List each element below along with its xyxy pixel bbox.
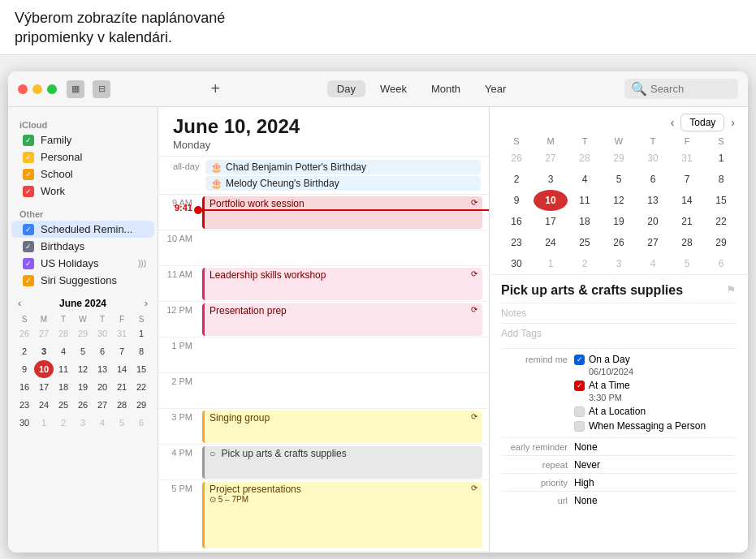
mini-cal-day[interactable]: 28 xyxy=(54,325,73,342)
event-leadership[interactable]: Leadership skills workshop ⟳ xyxy=(202,268,482,300)
mini-cal-day[interactable]: 12 xyxy=(73,360,93,378)
mini-cal-day[interactable]: 26 xyxy=(73,396,93,414)
sidebar-item-siri[interactable]: ✓ Siri Suggestions xyxy=(11,272,154,289)
right-cal-day[interactable]: 27 xyxy=(534,148,568,169)
add-event-button[interactable]: + xyxy=(211,80,221,98)
mini-cal-day[interactable]: 17 xyxy=(34,378,54,396)
right-cal-day[interactable]: 26 xyxy=(499,148,534,169)
mini-cal-day[interactable]: 16 xyxy=(15,378,34,396)
right-cal-day[interactable]: 16 xyxy=(499,211,534,232)
at-location-checkbox[interactable] xyxy=(574,406,585,417)
mini-cal-day[interactable]: 25 xyxy=(54,396,73,414)
right-cal-day[interactable]: 30 xyxy=(499,253,534,274)
mini-cal-day[interactable]: 6 xyxy=(93,342,112,360)
sidebar-item-personal[interactable]: ✓ Personal xyxy=(11,148,154,166)
right-cal-day[interactable]: 5 xyxy=(670,253,704,274)
right-cal-day[interactable]: 3 xyxy=(602,253,636,274)
mini-cal-day[interactable]: 2 xyxy=(54,414,73,432)
on-day-checkbox[interactable]: ✓ xyxy=(574,355,585,365)
mini-cal-day[interactable]: 7 xyxy=(112,342,132,360)
right-cal-day[interactable]: 29 xyxy=(602,148,636,169)
nav-week-button[interactable]: Week xyxy=(370,80,417,97)
event-project[interactable]: Project presentations ⟳ ⊙ 5 – 7PM xyxy=(202,482,482,548)
right-cal-day[interactable]: 31 xyxy=(670,148,704,169)
right-cal-day[interactable]: 19 xyxy=(602,211,636,232)
right-cal-day[interactable]: 25 xyxy=(568,232,602,253)
mini-cal-day[interactable]: 29 xyxy=(73,325,93,342)
calendar-icon[interactable]: ▦ xyxy=(67,80,84,98)
mini-cal-day[interactable]: 4 xyxy=(54,342,73,360)
right-cal-day[interactable]: 14 xyxy=(670,190,704,211)
mini-cal-day[interactable]: 13 xyxy=(93,360,112,378)
mini-cal-today[interactable]: 10 xyxy=(34,360,54,378)
right-cal-day[interactable]: 13 xyxy=(636,190,670,211)
right-cal-day[interactable]: 6 xyxy=(704,253,738,274)
right-cal-day[interactable]: 11 xyxy=(568,190,602,211)
mini-cal-day[interactable]: 27 xyxy=(34,325,54,342)
mini-cal-day[interactable]: 31 xyxy=(112,325,132,342)
at-time-checkbox[interactable]: ✓ xyxy=(574,381,585,391)
mini-cal-day[interactable]: 23 xyxy=(15,396,34,414)
mini-cal-day[interactable]: 6 xyxy=(132,414,151,432)
birthday-event-2[interactable]: 🎂 Melody Cheung's Birthday xyxy=(205,176,481,191)
inbox-icon[interactable]: ⊟ xyxy=(93,80,110,98)
mini-cal-day[interactable]: 30 xyxy=(15,414,34,432)
nav-month-button[interactable]: Month xyxy=(421,80,470,97)
search-box[interactable]: 🔍 xyxy=(624,79,738,99)
mini-cal-day[interactable]: 11 xyxy=(54,360,73,378)
right-cal-day[interactable]: 15 xyxy=(704,190,738,211)
right-cal-day[interactable]: 18 xyxy=(568,211,602,232)
right-cal-prev[interactable]: ‹ xyxy=(667,114,678,131)
mini-cal-day[interactable]: 3 xyxy=(73,414,93,432)
nav-year-button[interactable]: Year xyxy=(475,80,516,97)
mini-cal-day[interactable]: 1 xyxy=(34,414,54,432)
event-presentation[interactable]: Presentation prep ⟳ xyxy=(202,303,482,336)
right-cal-day[interactable]: 4 xyxy=(568,169,602,190)
right-cal-next[interactable]: › xyxy=(728,114,738,131)
mini-cal-day[interactable]: 2 xyxy=(15,342,34,360)
event-pickup[interactable]: ○ Pick up arts & crafts supplies xyxy=(202,446,482,479)
right-cal-today[interactable]: Today xyxy=(680,114,724,131)
sidebar-item-us-holidays[interactable]: ✓ US Holidays ))) xyxy=(11,255,154,272)
right-cal-day[interactable]: 22 xyxy=(704,211,738,232)
mini-cal-day[interactable]: 28 xyxy=(112,396,132,414)
mini-cal-day[interactable]: 8 xyxy=(132,342,151,360)
mini-cal-day[interactable]: 14 xyxy=(112,360,132,378)
mini-cal-day[interactable]: 20 xyxy=(93,378,112,396)
right-cal-day[interactable]: 30 xyxy=(636,148,670,169)
mini-cal-day[interactable]: 1 xyxy=(132,325,151,342)
mini-cal-day[interactable]: 21 xyxy=(112,378,132,396)
right-cal-day[interactable]: 1 xyxy=(534,253,568,274)
right-cal-day[interactable]: 12 xyxy=(602,190,636,211)
mini-cal-day[interactable]: 15 xyxy=(132,360,151,378)
mini-cal-day[interactable]: 27 xyxy=(93,396,112,414)
right-cal-day[interactable]: 2 xyxy=(568,253,602,274)
right-cal-day[interactable]: 17 xyxy=(534,211,568,232)
mini-cal-day[interactable]: 22 xyxy=(132,378,151,396)
right-cal-day[interactable]: 8 xyxy=(704,169,738,190)
flag-icon[interactable]: ⚑ xyxy=(726,283,737,296)
mini-cal-day[interactable]: 24 xyxy=(34,396,54,414)
mini-cal-day[interactable]: 9 xyxy=(15,360,34,378)
time-scroll[interactable]: 9:41 9 AM Portfolio work session xyxy=(158,195,489,553)
sidebar-item-family[interactable]: ✓ Family xyxy=(11,131,154,148)
mini-cal-prev[interactable]: ‹ xyxy=(18,297,21,309)
right-cal-today-cell[interactable]: 10 xyxy=(534,190,568,211)
right-cal-day[interactable]: 5 xyxy=(602,169,636,190)
sidebar-item-school[interactable]: ✓ School xyxy=(11,166,154,183)
right-cal-day[interactable]: 7 xyxy=(670,169,704,190)
mini-cal-day[interactable]: 19 xyxy=(73,378,93,396)
nav-day-button[interactable]: Day xyxy=(327,80,365,97)
right-cal-day[interactable]: 23 xyxy=(499,232,534,253)
right-cal-day[interactable]: 28 xyxy=(568,148,602,169)
right-cal-day[interactable]: 1 xyxy=(704,148,738,169)
right-cal-day[interactable]: 27 xyxy=(636,232,670,253)
right-cal-day[interactable]: 28 xyxy=(670,232,704,253)
right-cal-day[interactable]: 26 xyxy=(602,232,636,253)
mini-cal-day[interactable]: 29 xyxy=(132,396,151,414)
right-cal-day[interactable]: 3 xyxy=(534,169,568,190)
minimize-button[interactable] xyxy=(32,84,42,94)
right-cal-day[interactable]: 9 xyxy=(499,190,534,211)
right-cal-day[interactable]: 24 xyxy=(534,232,568,253)
event-portfolio[interactable]: Portfolio work session ⟳ xyxy=(202,196,482,229)
